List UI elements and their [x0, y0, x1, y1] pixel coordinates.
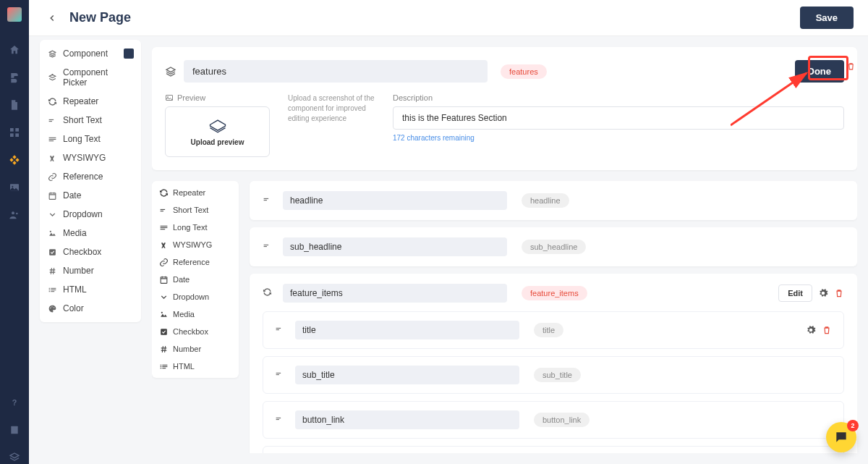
svg-point-16	[49, 230, 51, 232]
svg-rect-11	[48, 121, 51, 122]
done-button[interactable]: Done	[795, 60, 845, 83]
component-name-input[interactable]	[184, 60, 488, 83]
svg-rect-21	[51, 287, 56, 288]
save-button[interactable]: Save	[800, 7, 854, 29]
chat-bubble[interactable]: 2	[826, 422, 856, 452]
wys-icon	[159, 240, 168, 249]
sidebar-item-media[interactable]: Media	[40, 224, 141, 242]
mini-item-html[interactable]: HTML	[152, 358, 239, 375]
check-icon	[47, 247, 57, 257]
file-icon[interactable]	[8, 98, 21, 111]
field-name-input[interactable]	[283, 191, 507, 210]
mini-item-media[interactable]: Media	[152, 305, 239, 323]
svg-rect-0	[10, 128, 14, 132]
description-input[interactable]	[393, 106, 844, 130]
field-name-input[interactable]	[295, 366, 519, 384]
image-icon[interactable]	[8, 181, 21, 194]
home-icon[interactable]	[8, 43, 21, 56]
html-icon	[159, 362, 168, 371]
users-icon[interactable]	[8, 208, 21, 222]
blog-icon[interactable]	[8, 71, 21, 84]
sidebar-item-long-text[interactable]: Long Text	[40, 130, 141, 148]
mini-item-checkbox[interactable]: Checkbox	[152, 323, 239, 340]
sidebar-item-date[interactable]: Date	[40, 186, 141, 205]
trash-icon[interactable]	[822, 325, 832, 335]
drop-icon	[47, 209, 57, 219]
mini-item-short-text[interactable]: Short Text	[152, 201, 239, 219]
media-icon	[159, 310, 168, 319]
repeat-icon	[47, 96, 57, 106]
field-name-input[interactable]	[295, 410, 519, 429]
mini-item-date[interactable]: Date	[152, 271, 239, 288]
svg-rect-33	[161, 227, 168, 228]
mini-item-long-text[interactable]: Long Text	[152, 219, 239, 236]
sidebar-item-number[interactable]: Number	[40, 261, 141, 280]
components-icon[interactable]	[8, 153, 21, 166]
delete-component-icon[interactable]	[846, 62, 856, 71]
drop-icon	[159, 292, 168, 301]
field-name-input[interactable]	[283, 284, 507, 303]
svg-rect-23	[51, 291, 54, 292]
nav-rail: ?	[0, 0, 29, 464]
svg-point-26	[54, 307, 54, 308]
description-label: Description	[393, 93, 844, 102]
sidebar-item-checkbox[interactable]: Checkbox	[40, 242, 141, 261]
grid-icon[interactable]	[8, 126, 21, 139]
gear-icon[interactable]	[818, 288, 828, 298]
svg-rect-51	[276, 374, 279, 375]
book-icon[interactable]	[8, 423, 21, 436]
svg-rect-53	[276, 419, 279, 420]
svg-rect-14	[48, 140, 54, 141]
sidebar-item-repeater[interactable]: Repeater	[40, 92, 141, 111]
mini-item-reference[interactable]: Reference	[152, 253, 239, 271]
date-icon	[47, 190, 57, 201]
svg-rect-48	[276, 328, 281, 329]
sidebar-item-short-text[interactable]: Short Text	[40, 111, 141, 130]
svg-rect-9	[11, 426, 17, 434]
media-icon	[47, 228, 57, 238]
color-icon	[47, 303, 57, 313]
component-tag: features	[501, 64, 547, 79]
svg-rect-52	[276, 418, 281, 418]
svg-rect-32	[161, 226, 168, 227]
svg-point-25	[51, 306, 52, 307]
svg-rect-15	[49, 193, 56, 199]
ref-icon	[159, 258, 168, 266]
svg-point-6	[12, 211, 14, 214]
mini-item-repeater[interactable]: Repeater	[152, 184, 239, 201]
sidebar-item-html[interactable]: HTML	[40, 280, 141, 299]
sidebar-item-reference[interactable]: Reference	[40, 167, 141, 186]
mini-item-number[interactable]: Number	[152, 340, 239, 358]
trash-icon[interactable]	[834, 288, 844, 298]
svg-point-24	[50, 307, 51, 308]
svg-rect-44	[264, 198, 269, 199]
sidebar-item-color[interactable]: Color	[40, 299, 141, 318]
svg-rect-40	[161, 368, 162, 368]
mini-item-dropdown[interactable]: Dropdown	[152, 288, 239, 305]
repeater-child-row: icon	[263, 446, 844, 453]
layers-icon[interactable]	[8, 451, 21, 464]
svg-rect-22	[51, 289, 56, 290]
topbar: New Page Save	[29, 0, 868, 36]
edit-button[interactable]: Edit	[778, 284, 812, 302]
repeater-child-row: button_link	[263, 401, 844, 439]
help-icon[interactable]: ?	[8, 396, 21, 409]
svg-rect-46	[264, 245, 269, 245]
sidebar-item-component-picker[interactable]: Component Picker	[40, 63, 141, 92]
svg-text:?: ?	[12, 398, 17, 407]
field-tag: sub_headline	[522, 240, 586, 254]
field-tag: headline	[522, 193, 569, 208]
back-button[interactable]	[43, 9, 61, 27]
svg-rect-50	[276, 373, 281, 374]
long-icon	[159, 223, 168, 232]
sidebar-item-component[interactable]: Component	[40, 44, 141, 63]
repeat-icon	[263, 287, 274, 299]
collapse-icon[interactable]	[124, 48, 134, 59]
sidebar-item-wysiwyg[interactable]: WYSIWYG	[40, 148, 141, 167]
sidebar-item-dropdown[interactable]: Dropdown	[40, 205, 141, 224]
upload-preview-box[interactable]: Upload preview	[165, 106, 270, 157]
gear-icon[interactable]	[806, 325, 816, 335]
field-name-input[interactable]	[283, 237, 507, 256]
mini-item-wysiwyg[interactable]: WYSIWYG	[152, 236, 239, 253]
field-name-input[interactable]	[295, 321, 519, 339]
